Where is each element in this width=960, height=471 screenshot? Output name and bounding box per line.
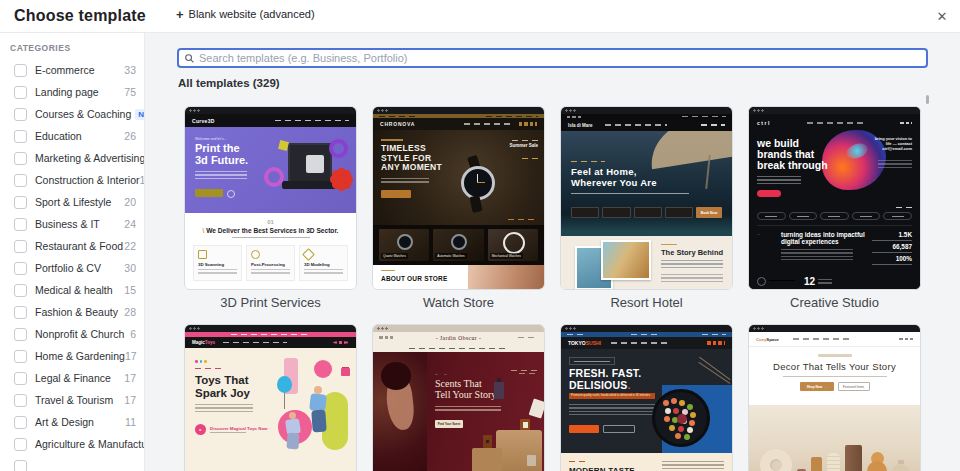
sidebar-item-art-design[interactable]: Art & Design11 xyxy=(0,411,144,433)
category-checkbox[interactable] xyxy=(14,218,27,231)
sidebar-item-home-gardening[interactable]: Home & Gardening17 xyxy=(0,345,144,367)
sidebar-item-e-commerce[interactable]: E-commerce33 xyxy=(0,59,144,81)
scrollbar[interactable] xyxy=(926,95,929,104)
sidebar-item-travel-tourism[interactable]: Travel & Tourism17 xyxy=(0,389,144,411)
search-bar[interactable] xyxy=(177,48,928,68)
hero-period: . xyxy=(627,379,630,391)
category-checkbox[interactable] xyxy=(14,86,27,99)
hero-cta-button: Find Your Scent xyxy=(435,420,463,428)
stat-value: 100% xyxy=(870,255,912,262)
social-icons xyxy=(567,116,581,118)
kid-figure-legs xyxy=(286,433,299,450)
category-label: Education xyxy=(35,130,82,142)
story-section: The Story Behind xyxy=(561,236,732,290)
reserve-link xyxy=(701,124,725,125)
category-checkbox[interactable] xyxy=(14,306,27,319)
booking-bar: Book Now xyxy=(571,207,722,218)
close-icon: ✕ xyxy=(937,9,948,24)
ribbed-vase-shape xyxy=(827,453,840,471)
hero-cta-button xyxy=(381,190,411,198)
category-checkbox[interactable] xyxy=(14,372,27,385)
template-thumbnail-creative-studio[interactable]: ctrl we build brands that break through xyxy=(748,106,921,290)
blank-website-button[interactable]: + Blank website (advanced) xyxy=(176,8,315,20)
search-input[interactable] xyxy=(199,52,920,64)
search-icon xyxy=(185,54,194,63)
category-checkbox[interactable] xyxy=(14,108,27,121)
category-checkbox[interactable] xyxy=(14,394,27,407)
category-checkbox[interactable] xyxy=(14,240,27,253)
section-heading-text: We Deliver the Best Services in 3D Secto… xyxy=(206,227,338,234)
hero-secondary-button xyxy=(603,425,635,433)
brand-logo: ctrl xyxy=(757,120,771,126)
sidebar-item-business-it[interactable]: Business & IT24 xyxy=(0,213,144,235)
category-count: 15 xyxy=(124,284,136,296)
sidebar-item-sport-lifestyle[interactable]: Sport & Lifestyle20 xyxy=(0,191,144,213)
accent-mark: \ xyxy=(203,227,205,234)
template-thumbnail-resort-hotel[interactable]: Isla di Mare Feel at Home, Wherever You … xyxy=(560,106,733,290)
close-button[interactable]: ✕ xyxy=(932,6,952,26)
topbar-text xyxy=(567,334,585,335)
category-checkbox[interactable] xyxy=(14,328,27,341)
tags-row xyxy=(757,212,912,220)
category-label: Mechanical Watches xyxy=(490,253,523,259)
category-checkbox[interactable] xyxy=(14,196,27,209)
sidebar-item-legal-finance[interactable]: Legal & Finance17 xyxy=(0,367,144,389)
sidebar-item-landing-page[interactable]: Landing page75 xyxy=(0,81,144,103)
hero-cta-button xyxy=(569,425,599,433)
category-checkbox[interactable] xyxy=(14,460,27,471)
category-checkbox[interactable] xyxy=(14,284,27,297)
sidebar-item-medical-health[interactable]: Medical & health15 xyxy=(0,279,144,301)
sidebar-item-education[interactable]: Education26 xyxy=(0,125,144,147)
all-templates-heading: All templates (329) xyxy=(178,77,280,89)
category-label: Art & Design xyxy=(35,416,94,428)
about-heading: ABOUT OUR STORE xyxy=(381,275,447,282)
template-title: 3D Print Services xyxy=(184,290,357,315)
nav-links xyxy=(793,338,851,339)
story-paragraph xyxy=(661,274,723,282)
category-checkbox[interactable] xyxy=(14,174,27,187)
hero-line-1: Toys That xyxy=(195,374,248,386)
template-thumbnail-3d-print-services[interactable]: Curve3D Welcome and let's... Print the 3… xyxy=(184,106,357,290)
category-checkbox[interactable] xyxy=(14,350,27,363)
watch-icon xyxy=(397,234,413,250)
template-thumbnail-decor[interactable]: CozySpace Decor That Tells Your Story Sh… xyxy=(748,324,921,471)
category-checkbox[interactable] xyxy=(14,262,27,275)
window-controls-icon xyxy=(749,107,920,114)
category-count: 17 xyxy=(125,350,137,362)
dot xyxy=(204,360,207,363)
feature-label: 3D Modeling xyxy=(304,262,343,267)
hero-line-2: DELISIOUS xyxy=(569,379,627,391)
brand-part-1: Magic xyxy=(192,340,205,345)
sidebar-item-construction-interior[interactable]: Construction & Interior16 xyxy=(0,169,144,191)
tag-text xyxy=(828,216,840,217)
category-checkbox[interactable] xyxy=(14,416,27,429)
category-checkbox[interactable] xyxy=(14,64,27,77)
brand-part-2: Space xyxy=(766,337,779,342)
sidebar-item-restaurant-food[interactable]: Restaurant & Food22 xyxy=(0,235,144,257)
site-body: ctrl we build brands that break through xyxy=(749,114,920,290)
sidebar-item-partial[interactable] xyxy=(0,455,144,471)
category-checkbox[interactable] xyxy=(14,130,27,143)
sale-eyebrow xyxy=(512,140,538,141)
sidebar-item-nonprofit-church[interactable]: Nonprofit & Church6 xyxy=(0,323,144,345)
sidebar-item-portfolio-cv[interactable]: Portfolio & CV30 xyxy=(0,257,144,279)
template-thumbnail-toys[interactable]: MagicToys Toys That Spark J xyxy=(184,324,357,471)
hero-intro: Welcome and let's... xyxy=(195,137,226,141)
sidebar-item-agriculture-manufacturing[interactable]: Agriculture & Manufacturing9 xyxy=(0,433,144,455)
tag-text xyxy=(892,216,904,217)
template-thumbnail-watch-store[interactable]: CHRONOVA TIMELESS STYLE FOR ANY MOMENT xyxy=(372,106,545,290)
perfume-bottle-small xyxy=(527,455,536,466)
template-thumbnail-perfume[interactable]: - Jardin Obscur - — — Scents That Tell Y… xyxy=(372,324,545,471)
hero-section: Toys That Spark Joy ▸ Discover Magical T… xyxy=(185,348,356,471)
category-label: Travel & Tourism xyxy=(35,394,113,406)
side-note-line xyxy=(519,373,539,374)
template-thumbnail-sushi[interactable]: TOKYOSUSHI FRESH. FAST. DELISIOUS. Premi… xyxy=(560,324,733,471)
category-checkbox[interactable] xyxy=(14,152,27,165)
cylinder-vase-shape xyxy=(811,457,822,471)
hero-line-3: ANY MOMENT xyxy=(381,162,442,172)
sidebar-item-marketing-advertising[interactable]: Marketing & Advertising25 xyxy=(0,147,144,169)
category-label: Agriculture & Manufacturing xyxy=(35,438,145,450)
sidebar-item-courses-coaching[interactable]: Courses & CoachingNew8 xyxy=(0,103,144,125)
category-checkbox[interactable] xyxy=(14,438,27,451)
sidebar-item-fashion-beauty[interactable]: Fashion & Beauty28 xyxy=(0,301,144,323)
